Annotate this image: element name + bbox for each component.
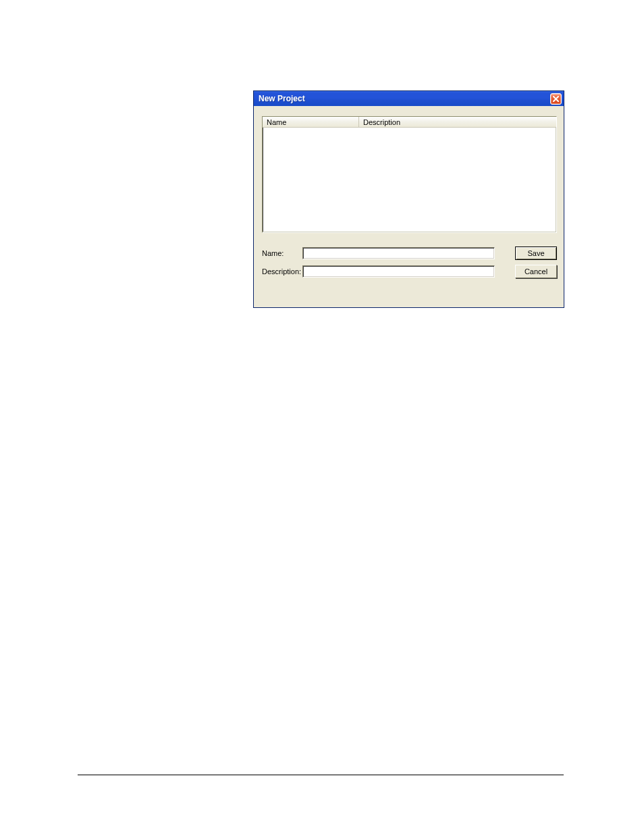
dialog-title: New Project: [259, 94, 305, 103]
titlebar[interactable]: New Project: [254, 91, 564, 106]
column-header-name[interactable]: Name: [263, 117, 359, 128]
column-header-description[interactable]: Description: [359, 117, 556, 128]
document-page: New Project Name Description Name: D: [0, 0, 644, 834]
name-input[interactable]: [302, 247, 495, 259]
save-button[interactable]: Save: [515, 246, 557, 260]
close-icon: [553, 96, 559, 102]
name-label: Name:: [262, 249, 302, 257]
list-header: Name Description: [263, 117, 556, 128]
name-row: Name:: [262, 247, 495, 259]
list-body[interactable]: [263, 128, 556, 232]
cancel-button[interactable]: Cancel: [515, 265, 557, 278]
description-label: Description:: [262, 267, 302, 276]
close-button[interactable]: [550, 93, 562, 105]
project-list[interactable]: Name Description: [262, 116, 557, 233]
description-row: Description:: [262, 265, 495, 278]
description-input[interactable]: [302, 265, 495, 278]
page-footer-rule: [78, 775, 564, 775]
dialog-client-area: Name Description Name: Description: Save…: [256, 106, 562, 305]
new-project-dialog: New Project Name Description Name: D: [253, 90, 564, 308]
